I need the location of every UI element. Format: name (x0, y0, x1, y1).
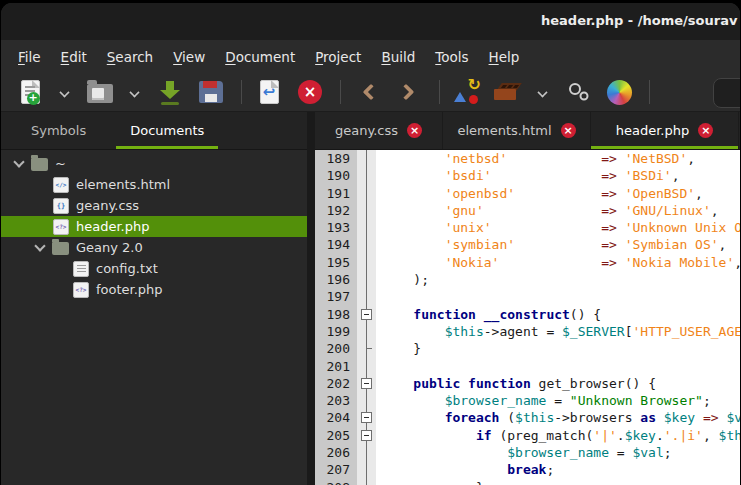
new-document-button[interactable]: + (15, 77, 45, 107)
fold-collapse-icon[interactable] (357, 409, 376, 426)
save-button[interactable] (155, 77, 185, 107)
line-number[interactable]: 207 (315, 461, 357, 478)
code-line[interactable]: 'unix' => 'Unknown Unix OS', (376, 219, 740, 236)
code-line[interactable]: 'openbsd' => 'OpenBSD', (376, 185, 740, 202)
code-token: 'symbian' (445, 237, 515, 252)
pane-splitter[interactable] (307, 112, 315, 485)
line-number[interactable]: 200 (315, 340, 357, 357)
menu-build[interactable]: Build (371, 43, 425, 71)
code-line[interactable]: } (376, 479, 740, 485)
code-token (617, 220, 625, 235)
line-number[interactable]: 203 (315, 392, 357, 409)
code-line[interactable]: $browser_name = "Unknown Browser"; (376, 392, 740, 409)
fold-collapse-icon[interactable] (357, 375, 376, 392)
revert-button[interactable]: ↩ (254, 77, 284, 107)
line-number[interactable]: 189 (315, 150, 357, 167)
menu-edit[interactable]: Edit (51, 43, 97, 71)
menu-help[interactable]: Help (479, 43, 530, 71)
new-document-dropdown-icon[interactable] (56, 77, 74, 107)
run-button[interactable] (563, 77, 593, 107)
fold-collapse-icon[interactable] (357, 306, 376, 323)
close-document-button[interactable]: × (295, 77, 325, 107)
code-token (382, 324, 445, 339)
navigate-forward-button[interactable] (394, 77, 424, 107)
sidebar-tab-symbols[interactable]: Symbols (17, 112, 100, 149)
editor-tab-elements.html[interactable]: elements.html× (443, 112, 591, 149)
code-line[interactable]: $this->agent = $_SERVER['HTTP_USER_AGENT… (376, 323, 740, 340)
line-number[interactable]: 204 (315, 409, 357, 426)
tree-item--[interactable]: ~ (1, 153, 307, 174)
build-button[interactable] (493, 77, 523, 107)
navigate-back-button[interactable] (353, 77, 383, 107)
folder-icon (31, 158, 48, 171)
menu-view[interactable]: View (163, 43, 215, 71)
tree-item-header.php[interactable]: header.php (1, 216, 307, 237)
line-number[interactable]: 191 (315, 185, 357, 202)
fold-minus-box[interactable] (361, 430, 372, 441)
expander-chevron-icon[interactable] (34, 240, 45, 251)
tab-close-icon[interactable]: × (407, 123, 422, 138)
save-all-button[interactable] (196, 77, 226, 107)
tree-item-geany-2.0[interactable]: Geany 2.0 (1, 237, 307, 258)
fold-minus-box[interactable] (361, 378, 372, 389)
compile-button[interactable]: ↻ (452, 77, 482, 107)
line-number[interactable]: 202 (315, 375, 357, 392)
line-number-gutter[interactable]: 1891901911921931941951961971981992002012… (315, 150, 357, 485)
line-number[interactable]: 192 (315, 202, 357, 219)
expander-chevron-icon[interactable] (13, 156, 24, 167)
code-line[interactable]: 'bsdi' => 'BSDi', (376, 167, 740, 184)
line-number[interactable]: 194 (315, 236, 357, 253)
line-number[interactable]: 195 (315, 254, 357, 271)
open-file-button[interactable] (85, 77, 115, 107)
code-line[interactable]: 'Nokia' => 'Nokia Mobile', (376, 254, 740, 271)
line-number[interactable]: 190 (315, 167, 357, 184)
fold-margin[interactable] (357, 150, 376, 485)
code-line[interactable]: 'symbian' => 'Symbian OS', (376, 236, 740, 253)
fold-collapse-icon[interactable] (357, 427, 376, 444)
line-number[interactable]: 196 (315, 271, 357, 288)
code-line[interactable]: break; (376, 461, 740, 478)
build-dropdown-icon[interactable] (534, 77, 552, 107)
code-line[interactable]: foreach ($this->browsers as $key => $val… (376, 409, 740, 426)
code-editor[interactable]: 1891901911921931941951961971981992002012… (315, 150, 740, 485)
line-number[interactable]: 206 (315, 444, 357, 461)
tree-item-config.txt[interactable]: config.txt (1, 258, 307, 279)
code-line[interactable]: } (376, 340, 740, 357)
tree-item-elements.html[interactable]: elements.html (1, 174, 307, 195)
menu-file[interactable]: File (8, 43, 51, 71)
code-line[interactable]: public function get_browser() { (376, 375, 740, 392)
fold-minus-box[interactable] (361, 309, 372, 320)
line-number[interactable]: 208 (315, 479, 357, 485)
search-input[interactable] (713, 78, 740, 108)
menu-project[interactable]: Project (305, 43, 371, 71)
editor-tab-header.php[interactable]: header.php× (591, 112, 739, 149)
tree-item-geany.css[interactable]: geany.css (1, 195, 307, 216)
code-line[interactable]: function __construct() { (376, 306, 740, 323)
code-text[interactable]: 'netbsd' => 'NetBSD', 'bsdi' => 'BSDi', … (376, 150, 740, 485)
code-line[interactable]: $browser_name = $val; (376, 444, 740, 461)
line-number[interactable]: 193 (315, 219, 357, 236)
code-line[interactable]: 'netbsd' => 'NetBSD', (376, 150, 740, 167)
title-bar[interactable]: header.php - /home/sourav - (1, 3, 740, 40)
fold-minus-box[interactable] (361, 412, 372, 423)
sidebar-tab-documents[interactable]: Documents (116, 112, 218, 149)
line-number[interactable]: 197 (315, 288, 357, 305)
code-line[interactable] (376, 288, 740, 305)
tree-item-footer.php[interactable]: footer.php (1, 279, 307, 300)
line-number[interactable]: 205 (315, 427, 357, 444)
line-number[interactable]: 201 (315, 358, 357, 375)
editor-tab-geany.css[interactable]: geany.css× (315, 112, 443, 149)
tab-close-icon[interactable]: × (698, 123, 713, 138)
code-line[interactable]: ); (376, 271, 740, 288)
code-line[interactable] (376, 358, 740, 375)
code-line[interactable]: 'gnu' => 'GNU/Linux', (376, 202, 740, 219)
line-number[interactable]: 199 (315, 323, 357, 340)
line-number[interactable]: 198 (315, 306, 357, 323)
tab-close-icon[interactable]: × (561, 123, 576, 138)
menu-search[interactable]: Search (97, 43, 163, 71)
menu-tools[interactable]: Tools (425, 43, 478, 71)
color-chooser-button[interactable] (604, 77, 634, 107)
open-file-dropdown-icon[interactable] (126, 77, 144, 107)
code-line[interactable]: if (preg_match('|'.$key.'.|i', $this->ag… (376, 427, 740, 444)
menu-document[interactable]: Document (215, 43, 305, 71)
